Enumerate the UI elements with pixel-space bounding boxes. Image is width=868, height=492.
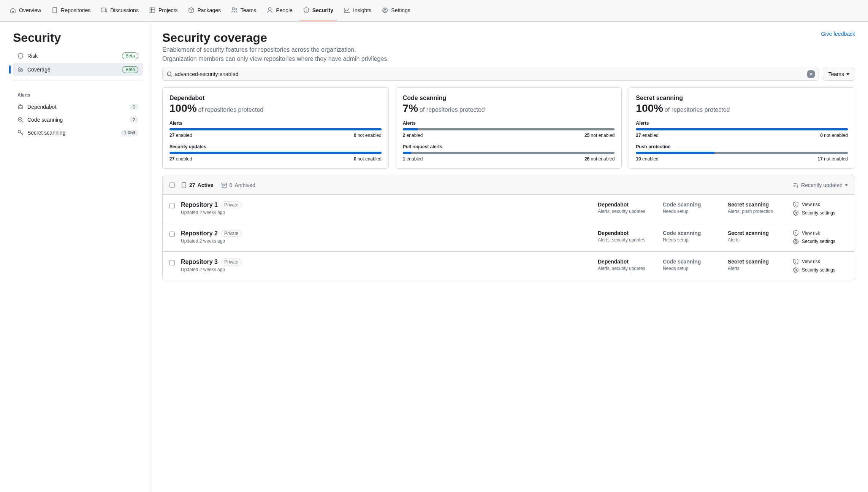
clear-search-button[interactable]: [807, 70, 815, 78]
repo-icon: [181, 182, 187, 188]
repo-name[interactable]: Repository 2: [181, 230, 218, 237]
security-settings-link[interactable]: Security settings: [793, 210, 848, 216]
sidebar-item-label: Risk: [27, 53, 118, 59]
not-enabled-count: 17 not enabled: [818, 156, 848, 162]
card-section-label: Pull request alerts: [403, 144, 615, 149]
teams-icon: [231, 7, 238, 13]
dependabot-title: Dependabot: [598, 259, 657, 265]
card-percent: 7%: [403, 102, 418, 114]
overview-icon: [10, 7, 16, 13]
sidebar-item-label: Coverage: [27, 67, 118, 73]
security-settings-link[interactable]: Security settings: [793, 238, 848, 244]
page-description: Enablement of security features for repo…: [162, 46, 855, 53]
repo-updated: Updated 2 weeks ago: [181, 210, 592, 215]
nav-label: Settings: [391, 7, 410, 13]
card-title: Secret scanning: [636, 95, 848, 102]
dependabot-sub: Alerts, security updates: [598, 266, 657, 271]
nav-insights[interactable]: Insights: [340, 0, 375, 21]
codescanning-sub: Needs setup: [663, 209, 722, 214]
progress-bar: [636, 128, 848, 130]
tab-archived[interactable]: 0 Archived: [221, 182, 255, 188]
security-settings-link[interactable]: Security settings: [793, 267, 848, 273]
nav-label: People: [276, 7, 293, 13]
archive-icon: [221, 182, 227, 188]
repo-list-header: 27 Active 0 Archived Recently updated: [163, 176, 855, 195]
repo-name[interactable]: Repository 3: [181, 259, 218, 265]
top-nav: OverviewRepositoriesDiscussionsProjectsP…: [0, 0, 868, 22]
card-percent-of: of repositories protected: [420, 106, 485, 113]
visibility-badge: Private: [221, 202, 242, 208]
nav-people[interactable]: People: [263, 0, 296, 21]
repo-checkbox[interactable]: [169, 232, 175, 237]
card-section-label: Alerts: [636, 121, 848, 126]
progress-bar: [403, 152, 615, 154]
card-title: Code scanning: [403, 95, 615, 102]
gear-icon: [793, 238, 799, 244]
repo-updated: Updated 2 weeks ago: [181, 267, 592, 272]
shield-alert-icon: [793, 230, 799, 236]
nav-packages[interactable]: Packages: [184, 0, 224, 21]
select-all-checkbox[interactable]: [169, 183, 175, 188]
discussions-icon: [101, 7, 107, 13]
sidebar-item-coverage[interactable]: CoverageBeta: [13, 63, 143, 76]
dependabot-title: Dependabot: [598, 230, 657, 236]
page-title: Security coverage: [162, 31, 267, 45]
repo-checkbox[interactable]: [169, 203, 175, 208]
view-risk-link[interactable]: View risk: [793, 230, 848, 236]
give-feedback-link[interactable]: Give feedback: [821, 31, 855, 37]
enabled-count: 10 enabled: [636, 156, 658, 162]
shield-alert-icon: [793, 202, 799, 208]
sidebar: Security RiskBetaCoverageBeta Alerts Dep…: [0, 22, 149, 492]
sidebar-item-risk[interactable]: RiskBeta: [13, 49, 143, 62]
codescanning-title: Code scanning: [663, 259, 722, 265]
nav-projects[interactable]: Projects: [146, 0, 182, 21]
nav-security[interactable]: Security: [299, 0, 337, 21]
caret-down-icon: [846, 73, 849, 75]
packages-icon: [188, 7, 194, 13]
teams-filter-button[interactable]: Teams: [823, 68, 855, 81]
nav-overview[interactable]: Overview: [6, 0, 45, 21]
alert-count: 1: [130, 104, 138, 110]
active-count: 27: [189, 182, 195, 188]
nav-discussions[interactable]: Discussions: [97, 0, 143, 21]
nav-teams[interactable]: Teams: [228, 0, 260, 21]
not-enabled-count: 0 not enabled: [354, 133, 382, 138]
nav-settings[interactable]: Settings: [378, 0, 414, 21]
sidebar-alert-dependabot[interactable]: Dependabot1: [13, 101, 143, 113]
alert-icon: [17, 104, 24, 110]
archived-count: 0: [230, 182, 233, 188]
secretscanning-title: Secret scanning: [728, 202, 787, 208]
card-percent: 100%: [636, 102, 663, 114]
active-label: Active: [198, 182, 214, 188]
repo-checkbox[interactable]: [169, 260, 175, 265]
sidebar-item-label: Dependabot: [27, 104, 126, 110]
search-wrapper[interactable]: [162, 68, 819, 81]
nav-repositories[interactable]: Repositories: [48, 0, 94, 21]
sidebar-item-label: Code scanning: [27, 117, 126, 123]
visibility-badge: Private: [221, 230, 242, 237]
codescanning-sub: Needs setup: [663, 266, 722, 271]
nav-label: Teams: [241, 7, 256, 13]
enabled-count: 27 enabled: [169, 156, 192, 162]
archived-label: Archived: [234, 182, 255, 188]
sidebar-alert-secret-scanning[interactable]: Secret scanning1,053: [13, 127, 143, 139]
alert-icon: [17, 117, 24, 123]
repo-name[interactable]: Repository 1: [181, 202, 218, 208]
sidebar-alert-code-scanning[interactable]: Code scanning2: [13, 114, 143, 126]
projects-icon: [149, 7, 155, 13]
coverage-icon: [17, 67, 24, 73]
search-input[interactable]: [173, 70, 807, 78]
view-risk-link[interactable]: View risk: [793, 202, 848, 208]
beta-badge: Beta: [122, 52, 138, 59]
sort-button[interactable]: Recently updated: [793, 182, 848, 188]
view-risk-link[interactable]: View risk: [793, 259, 848, 265]
card-dependabot: Dependabot 100% of repositories protecte…: [162, 87, 389, 169]
tab-active[interactable]: 27 Active: [181, 182, 214, 188]
card-section-label: Security updates: [169, 144, 382, 149]
secretscanning-title: Secret scanning: [728, 259, 787, 265]
enabled-count: 2 enabled: [403, 133, 423, 138]
sidebar-divider: [13, 81, 143, 81]
card-section-label: Push protection: [636, 144, 848, 149]
sort-label: Recently updated: [801, 182, 843, 188]
repo-list: 27 Active 0 Archived Recently updated: [162, 176, 855, 280]
